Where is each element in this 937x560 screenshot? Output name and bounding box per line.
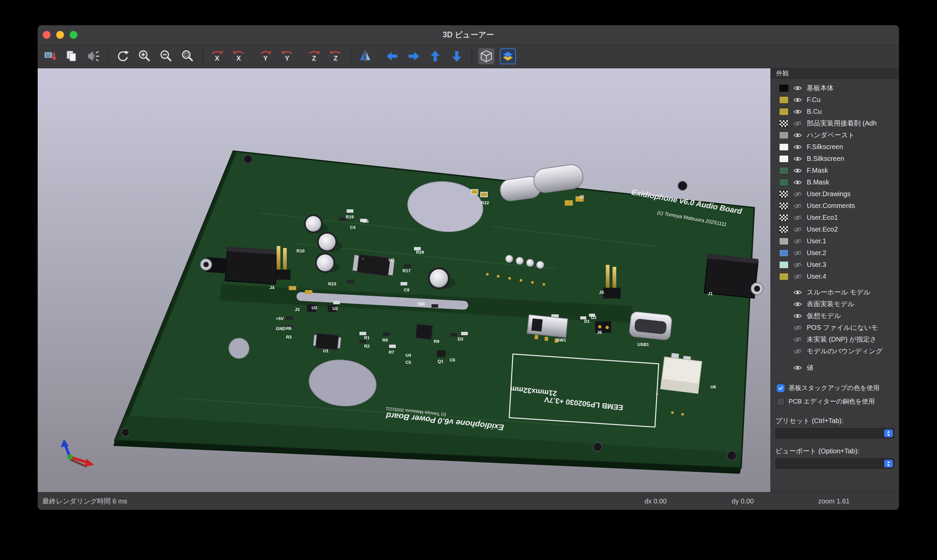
layer-color-swatch[interactable] (779, 85, 789, 92)
layer-color-swatch[interactable] (779, 261, 789, 269)
visibility-on-eye-icon[interactable] (793, 365, 803, 371)
visibility-off-eye-icon[interactable] (793, 274, 803, 280)
layer-row[interactable]: F.Silkscreen (771, 141, 899, 153)
layer-color-swatch[interactable] (779, 202, 789, 210)
layer-row[interactable]: 部品実装用接着剤 (Adh (771, 117, 899, 129)
visibility-off-eye-icon[interactable] (793, 348, 803, 354)
ref-designator: D1 (584, 319, 590, 324)
layer-row[interactable]: User.1 (771, 235, 899, 247)
visibility-on-eye-icon[interactable] (793, 168, 803, 174)
layer-color-swatch[interactable] (779, 132, 789, 139)
layer-row[interactable]: User.4 (771, 271, 899, 282)
visibility-off-eye-icon[interactable] (793, 238, 803, 244)
layer-label: 基板本体 (807, 83, 899, 92)
layer-row[interactable]: User.Eco2 (771, 223, 899, 235)
layer-color-swatch[interactable] (779, 249, 789, 257)
visibility-on-eye-icon[interactable] (793, 301, 803, 307)
layer-color-swatch[interactable] (779, 167, 789, 174)
layer-row[interactable]: User.2 (771, 247, 899, 259)
visibility-on-eye-icon[interactable] (793, 97, 803, 103)
layer-row[interactable]: B.Mask (771, 176, 899, 188)
flip-board-icon[interactable] (357, 48, 373, 64)
layer-row[interactable]: F.Cu (771, 94, 899, 106)
visibility-on-eye-icon[interactable] (793, 132, 803, 138)
layer-row[interactable]: ハンダペースト (771, 129, 899, 141)
combo-stepper-icon[interactable] (884, 429, 893, 437)
zoom-fit-icon[interactable] (179, 48, 195, 64)
rotate-z-pos-icon[interactable]: Z (328, 48, 344, 64)
visibility-off-eye-icon[interactable] (793, 262, 803, 268)
layer-color-swatch[interactable] (779, 108, 789, 115)
model-row[interactable]: 値 (771, 362, 899, 374)
layer-row[interactable]: F.Mask (771, 165, 899, 176)
ic-u4 (415, 324, 433, 340)
visibility-on-eye-icon[interactable] (793, 144, 803, 150)
rotate-x-neg-icon[interactable]: X (209, 48, 225, 64)
rotate-y-pos-icon[interactable]: Y (279, 48, 295, 64)
checkbox-row[interactable]: PCB エディターの銅色を使用 (771, 395, 899, 408)
zoom-in-icon[interactable] (136, 48, 152, 64)
visibility-on-eye-icon[interactable] (793, 109, 803, 115)
model-row[interactable]: 未実装 (DNP) が指定さ (771, 334, 899, 345)
layer-row[interactable]: User.Comments (771, 200, 899, 212)
model-row[interactable]: モデルのバウンディング (771, 345, 899, 357)
copy-image-icon[interactable] (64, 48, 80, 64)
layer-row[interactable]: User.Eco1 (771, 212, 899, 223)
ortho-projection-icon[interactable] (478, 48, 494, 64)
layer-color-swatch[interactable] (779, 120, 789, 127)
rotate-z-neg-icon[interactable]: Z (306, 48, 322, 64)
visibility-on-eye-icon[interactable] (793, 156, 803, 162)
layer-row[interactable]: User.3 (771, 259, 899, 271)
rotate-x-pos-icon[interactable]: X (231, 48, 247, 64)
visibility-on-eye-icon[interactable] (793, 313, 803, 319)
layer-row[interactable]: B.Silkscreen (771, 153, 899, 165)
visibility-off-eye-icon[interactable] (793, 215, 803, 221)
move-up-icon[interactable] (427, 48, 443, 64)
viewport-combo[interactable] (775, 458, 894, 469)
checkbox-unchecked[interactable] (777, 398, 785, 406)
visibility-off-eye-icon[interactable] (793, 203, 803, 209)
layer-row[interactable]: User.Drawings (771, 188, 899, 200)
visibility-on-eye-icon[interactable] (793, 85, 803, 91)
model-row[interactable]: POS ファイルにないモ (771, 322, 899, 334)
move-right-icon[interactable] (406, 48, 422, 64)
checkbox-row[interactable]: 基板スタックアップの色を使用 (771, 381, 899, 395)
model-row[interactable]: スルーホール モデル (771, 286, 899, 298)
visibility-off-eye-icon[interactable] (793, 250, 803, 256)
raytracing-icon[interactable] (85, 48, 101, 64)
layer-color-swatch[interactable] (779, 143, 789, 151)
visibility-off-eye-icon[interactable] (793, 191, 803, 197)
layer-color-swatch[interactable] (779, 214, 789, 222)
layer-color-swatch[interactable] (779, 238, 789, 245)
visibility-off-eye-icon[interactable] (793, 337, 803, 343)
layer-label: B.Silkscreen (807, 155, 899, 163)
combo-stepper-icon[interactable] (884, 460, 893, 468)
layer-color-swatch[interactable] (779, 155, 789, 163)
layer-row[interactable]: 基板本体 (771, 82, 899, 94)
layer-color-swatch[interactable] (779, 191, 789, 198)
checkbox-checked[interactable] (777, 384, 785, 392)
layer-color-swatch[interactable] (779, 226, 789, 233)
layer-color-swatch[interactable] (779, 179, 789, 186)
zoom-out-icon[interactable] (158, 48, 174, 64)
visibility-on-eye-icon[interactable] (793, 179, 803, 185)
visibility-off-eye-icon[interactable] (793, 120, 803, 126)
visibility-on-eye-icon[interactable] (793, 289, 803, 295)
reload-board-icon[interactable] (42, 48, 58, 64)
rotate-y-neg-icon[interactable]: Y (257, 48, 274, 64)
model-row[interactable]: 仮想モデル (771, 310, 899, 322)
preset-combo[interactable] (775, 428, 894, 438)
layer-row[interactable]: B.Cu (771, 106, 899, 117)
visibility-off-eye-icon[interactable] (793, 325, 803, 331)
model-label: 表面実装モデル (807, 300, 899, 309)
viewport-3d[interactable]: Exidiophone v6.0 Audio Board (c) Tomoya … (38, 68, 771, 492)
move-left-icon[interactable] (384, 48, 400, 64)
redraw-icon[interactable] (115, 48, 131, 64)
move-down-icon[interactable] (449, 48, 465, 64)
model-row[interactable]: 表面実装モデル (771, 298, 899, 310)
material-colors-icon[interactable] (500, 48, 516, 64)
board-cutout (229, 338, 249, 358)
layer-color-swatch[interactable] (779, 273, 789, 280)
visibility-off-eye-icon[interactable] (793, 226, 803, 232)
layer-color-swatch[interactable] (779, 96, 789, 104)
